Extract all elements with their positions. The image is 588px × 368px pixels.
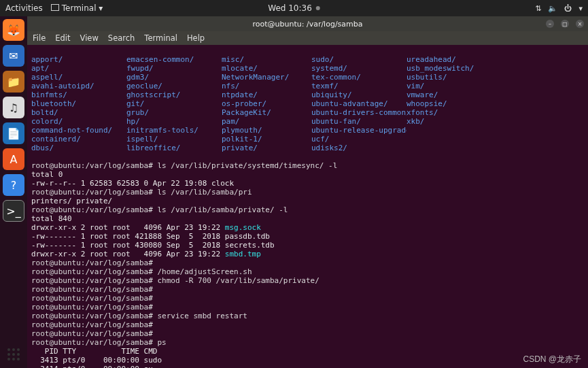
chevron-down-icon[interactable]: ▾ — [578, 4, 583, 13]
menu-file[interactable]: File — [33, 33, 46, 43]
terminal-line: drwxr-xr-x 2 root root 4096 Apr 23 19:22… — [31, 223, 261, 232]
dock-help[interactable]: ? — [3, 174, 24, 196]
terminal-line: root@ubuntu:/var/log/samba# — [31, 320, 153, 329]
terminal-line: root@ubuntu:/var/log/samba# ps — [31, 338, 167, 347]
minimize-button[interactable]: – — [546, 20, 554, 28]
dock-writer[interactable]: 📄 — [3, 122, 24, 144]
sound-icon[interactable]: 🔈 — [548, 4, 557, 13]
dock-firefox[interactable]: 🦊 — [3, 19, 24, 41]
clock[interactable]: Wed 10:36 — [268, 3, 320, 13]
power-icon[interactable]: ⏻ — [564, 4, 572, 13]
dock-rhythmbox[interactable]: ♫ — [3, 97, 24, 118]
terminal-line: root@ubuntu:/var/log/samba# ls /var/lib/… — [31, 161, 337, 170]
menu-search[interactable]: Search — [108, 33, 135, 43]
terminal-line: 3413 pts/0 00:00:00 sudo — [31, 356, 162, 365]
show-applications-button[interactable] — [4, 345, 23, 364]
close-button[interactable]: × — [576, 20, 584, 28]
dock-software[interactable]: A — [3, 148, 24, 170]
titlebar[interactable]: root@ubuntu: /var/log/samba – □ × — [27, 16, 588, 31]
system-tray[interactable]: ⇅ 🔈 ⏻ ▾ — [535, 4, 583, 13]
terminal-line: PID TTY TIME CMD — [31, 347, 157, 356]
terminal-line: root@ubuntu:/var/log/samba# chmod -R 700… — [31, 276, 319, 285]
menubar: File Edit View Search Terminal Help — [27, 31, 588, 45]
terminal-line: -rw-r--r-- 1 62583 62583 0 Apr 22 19:08 … — [31, 179, 234, 188]
app-menu[interactable]: Terminal ▾ — [51, 3, 103, 13]
terminal-line: root@ubuntu:/var/log/samba# — [31, 329, 153, 338]
terminal-line: 3414 pts/0 00:00:00 su — [31, 365, 153, 368]
terminal-line: root@ubuntu:/var/log/samba# ls /var/lib/… — [31, 188, 252, 197]
menu-help[interactable]: Help — [187, 33, 205, 43]
dir-listing: apport/emacsen-common/misc/sudo/ureadahe… — [31, 55, 584, 152]
terminal-line: root@ubuntu:/var/log/samba# — [31, 285, 153, 294]
terminal-line: root@ubuntu:/var/log/samba# ls /var/lib/… — [31, 205, 288, 214]
terminal-line: -rw------- 1 root root 421888 Sep 5 2018… — [31, 232, 270, 241]
terminal-line: printers/ private/ — [31, 197, 112, 205]
watermark: CSDN @龙赤子 — [523, 354, 581, 365]
menu-view[interactable]: View — [80, 33, 99, 43]
menu-edit[interactable]: Edit — [55, 33, 70, 43]
dock-thunderbird[interactable]: ✉ — [3, 45, 24, 67]
terminal-line: total 840 — [31, 214, 72, 223]
maximize-button[interactable]: □ — [561, 20, 569, 28]
terminal-icon — [51, 4, 59, 11]
terminal-line: root@ubuntu:/var/log/samba# service smbd… — [31, 312, 247, 320]
dock: 🦊 ✉ 📁 ♫ 📄 A ? >_ — [0, 16, 27, 368]
dock-files[interactable]: 📁 — [3, 71, 24, 93]
terminal-line: drwxr-xr-x 2 root root 4096 Apr 23 19:22… — [31, 250, 261, 258]
menu-terminal[interactable]: Terminal — [144, 33, 177, 43]
dock-terminal[interactable]: >_ — [3, 200, 24, 222]
terminal-window: root@ubuntu: /var/log/samba – □ × File E… — [27, 16, 588, 368]
network-icon[interactable]: ⇅ — [535, 4, 541, 13]
terminal-line: root@ubuntu:/var/log/samba# — [31, 258, 153, 267]
activities-button[interactable]: Activities — [5, 3, 43, 13]
terminal-line: -rw------- 1 root root 430080 Sep 5 2018… — [31, 241, 275, 250]
terminal-line: root@ubuntu:/var/log/samba# — [31, 303, 153, 312]
terminal-line: root@ubuntu:/var/log/samba# — [31, 294, 153, 303]
terminal-line: total 0 — [31, 170, 63, 179]
window-title: root@ubuntu: /var/log/samba — [252, 20, 362, 29]
terminal-output[interactable]: apport/emacsen-common/misc/sudo/ureadahe… — [27, 45, 588, 368]
terminal-line: root@ubuntu:/var/log/samba# /home/adjust… — [31, 267, 252, 276]
top-panel: Activities Terminal ▾ Wed 10:36 ⇅ 🔈 ⏻ ▾ — [0, 0, 588, 16]
